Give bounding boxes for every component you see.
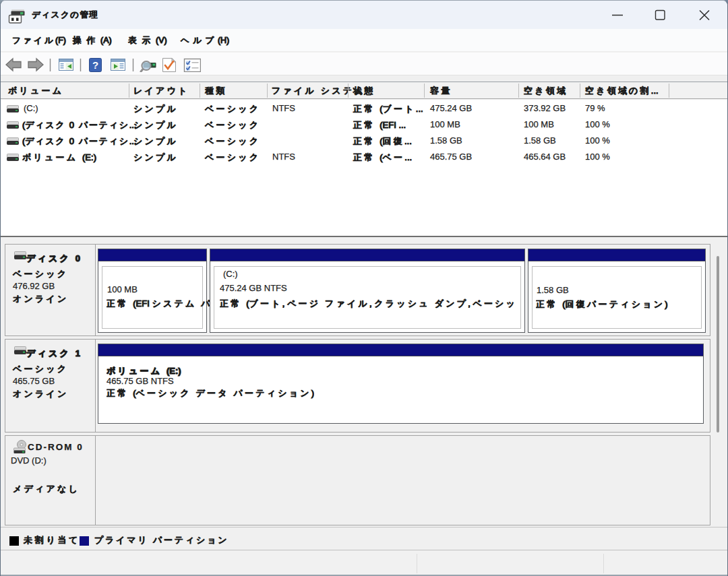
svg-text:?: ? bbox=[92, 59, 98, 71]
